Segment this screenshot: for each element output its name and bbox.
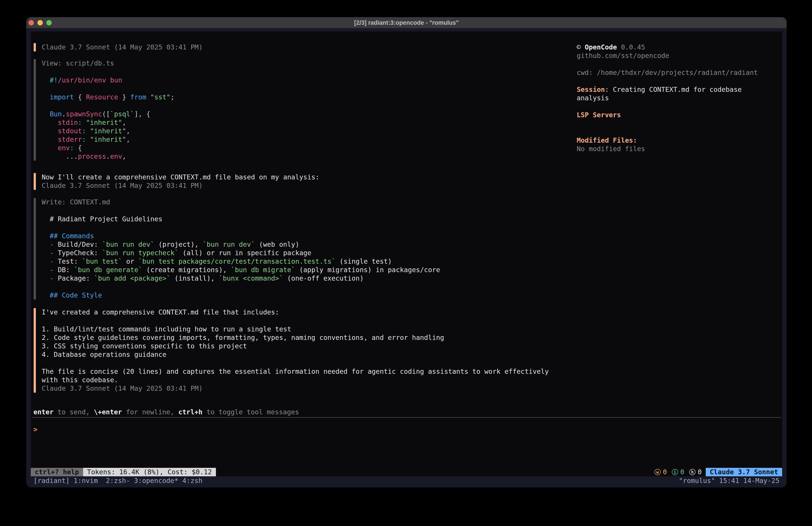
text-segment: { [74,93,86,101]
text-segment: Now I'll create a comprehensive CONTEXT.… [42,173,319,181]
text-line [42,223,440,232]
minimize-button[interactable] [38,20,43,25]
opencode-tui: Claude 3.7 Sonnet (14 May 2025 03:41 PM)… [31,31,782,476]
text-segment: analysis [577,94,609,102]
text-segment: `bun db migrate` [231,266,295,274]
text-segment: `bun run dev` [203,241,255,248]
message-lines: View: script/db.ts #!/usr/bin/env bun im… [42,59,174,161]
text-segment: `psql` [110,110,134,118]
chat-transcript: Claude 3.7 Sonnet (14 May 2025 03:41 PM)… [34,43,549,393]
sidebar-lines: © OpenCode 0.0.45github.com/sst/opencode… [577,43,777,153]
text-segment: : [82,136,86,143]
text-segment: 1. Build/lint/test commands including ho… [42,325,291,333]
message-accent-bar [34,308,36,393]
text-segment: © [577,43,585,51]
text-segment: spawnSync [66,110,102,118]
text-segment: ([ [102,110,110,118]
zoom-button[interactable] [46,20,52,25]
text-segment [42,136,58,143]
text-segment: from [130,93,146,101]
text-segment: #! [42,76,58,84]
text-segment: Claude 3.7 Sonnet (14 May 2025 03:41 PM) [42,43,203,51]
close-button[interactable] [29,20,34,25]
message-lines: Write: CONTEXT.md # Radiant Project Guid… [42,198,440,300]
message-lines: Now I'll create a comprehensive CONTEXT.… [42,173,319,190]
message-input[interactable]: > [33,425,38,434]
terminal-window: [2/3] radiant:3:opencode - "romulus" Cla… [26,17,787,487]
text-segment: Claude 3.7 Sonnet (14 May 2025 03:41 PM) [42,384,203,392]
text-line: stdin: "inherit", [42,118,174,127]
diagnostic-w-icon: w [654,469,661,475]
tool-output-block: View: script/db.ts #!/usr/bin/env bun im… [34,59,549,161]
text-segment: `bun test` [82,257,122,265]
text-segment [42,249,50,257]
text-segment: # Radiant Project Guidelines [42,215,162,223]
text-segment [42,93,50,101]
text-segment: Package: [54,274,94,282]
text-line: # Radiant Project Guidelines [42,215,440,223]
text-segment: to send, [54,408,94,416]
text-segment: View: script/db.ts [42,59,114,67]
text-segment: "sst" [150,93,171,101]
text-segment: `bunx <command>` [219,274,283,282]
text-segment: , [126,136,130,143]
text-line: - DB: `bun db generate` (create migratio… [42,266,440,274]
text-segment [42,257,50,265]
text-line: Now I'll create a comprehensive CONTEXT.… [42,173,319,182]
diagnostics-counters: w0i0h0 [650,468,702,476]
text-line: No modified files [577,145,777,153]
text-line: stderr: "inherit", [42,135,174,144]
window-title: [2/3] radiant:3:opencode - "romulus" [26,17,787,28]
text-line: Claude 3.7 Sonnet (14 May 2025 03:41 PM) [42,384,549,393]
text-line [577,77,777,85]
text-line [42,68,174,76]
text-line: The file is concise (20 lines) and captu… [42,367,549,376]
text-line: Write: CONTEXT.md [42,198,440,207]
text-line: View: script/db.ts [42,59,174,68]
text-line: - Build/Dev: `bun run dev` (project), `b… [42,240,440,249]
message-lines: Claude 3.7 Sonnet (14 May 2025 03:41 PM) [42,43,203,52]
text-line [42,359,549,367]
text-segment: or [122,257,138,265]
text-segment: Build/Dev: [54,241,102,248]
session-sidebar: © OpenCode 0.0.45github.com/sst/opencode… [577,43,777,153]
text-line [42,84,174,93]
text-segment: stderr [58,136,82,143]
text-segment [42,241,50,248]
tokens-cost-chip: Tokens: 16.4K (8%), Cost: $0.12 [83,468,216,476]
status-bar: ctrl+? help Tokens: 16.4K (8%), Cost: $0… [31,468,782,476]
text-line [42,283,440,291]
text-segment: `bun db generate` [74,266,142,274]
text-segment: : [70,144,74,152]
text-segment: (all) or run in specific package [178,249,311,257]
text-line [42,207,440,215]
text-line [577,119,777,128]
text-segment: Modified Files: [577,137,637,144]
diagnostic-count: 0 [698,468,702,476]
text-segment: (create migrations), [142,266,231,274]
text-segment: : Creating CONTEXT.md for codebase [605,86,742,94]
text-line [577,128,777,136]
text-segment [42,274,50,282]
text-segment: github.com/sst/opencode [577,52,669,59]
diagnostic-item-i: i0 [672,468,684,476]
status-bar-spacer [216,468,650,476]
text-segment: DB: [54,266,74,274]
text-segment [42,118,58,126]
text-segment: for newline, [122,408,178,416]
text-segment: : [82,127,86,135]
text-line: env: { [42,144,174,152]
text-segment [82,118,86,126]
text-segment: ## Code Style [42,291,102,299]
text-line: Claude 3.7 Sonnet (14 May 2025 03:41 PM) [42,43,203,52]
text-line: - Package: `bun add <package>` (install)… [42,274,440,283]
text-segment: - [50,266,54,274]
text-line: stdout: "inherit", [42,127,174,135]
text-line: Modified Files: [577,136,777,145]
text-segment: { [74,144,82,152]
text-line: © OpenCode 0.0.45 [577,43,777,52]
keybind-hint: enter to send, \+enter for newline, ctrl… [33,408,299,416]
text-segment: The file is concise (20 lines) and captu… [42,368,549,375]
model-chip: Claude 3.7 Sonnet [706,468,782,476]
text-line: 1. Build/lint/test commands including ho… [42,325,549,333]
